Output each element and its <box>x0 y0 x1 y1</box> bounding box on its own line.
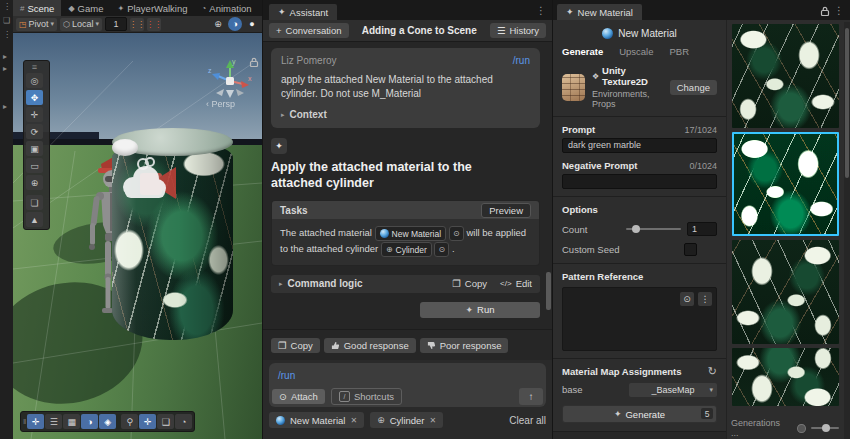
tab-upscale[interactable]: Upscale <box>619 46 653 57</box>
slider-thumb[interactable] <box>632 225 640 233</box>
cameras-button[interactable]: ❑ <box>157 414 174 429</box>
pattern-reference-dropzone[interactable]: ⊙ ⋮ <box>562 287 717 351</box>
good-response-button[interactable]: Good response <box>324 338 416 353</box>
tab-new-material[interactable]: ✦ New Material <box>557 4 642 20</box>
tab-pbr[interactable]: PBR <box>670 46 690 57</box>
attachment-material-chip[interactable]: New Material ✕ <box>269 412 364 428</box>
panel-icon[interactable]: ❏ <box>3 16 10 25</box>
local-dropdown[interactable]: ⬡ Local ▾ <box>60 18 102 31</box>
attachment-cylinder-chip[interactable]: ⊕ Cylinder ✕ <box>370 412 443 428</box>
edit-code-button[interactable]: </> Edit <box>500 278 532 289</box>
prompt-field[interactable]: dark green marble <box>562 138 717 153</box>
scale-tool-button[interactable]: ▣ <box>26 141 43 156</box>
kebab-icon[interactable]: ⋮ <box>3 2 11 11</box>
generations-scrollbar[interactable] <box>844 22 850 439</box>
pattern-menu-button[interactable]: ⋮ <box>698 292 712 306</box>
remove-icon[interactable]: ✕ <box>350 416 357 425</box>
generation-thumbnail[interactable] <box>732 240 839 344</box>
hand-tool-button[interactable]: ✥ <box>26 90 43 105</box>
generation-thumbnail-selected[interactable] <box>732 132 839 236</box>
compass-button[interactable]: ◔ <box>175 414 192 429</box>
command-logic-expander[interactable]: ▸ Command logic ❐ Copy </> Edit <box>271 275 540 293</box>
refresh-icon[interactable]: ↻ <box>708 365 717 378</box>
lighting-button[interactable]: ◑ <box>81 414 98 429</box>
kebab-icon[interactable]: ⋮ <box>536 5 546 16</box>
scene-audio-button[interactable]: ● <box>245 17 259 31</box>
pattern-pick-button[interactable]: ⊙ <box>680 292 694 306</box>
gizmos-button[interactable]: ✛ <box>139 414 156 429</box>
history-button[interactable]: ☰ History <box>490 23 546 38</box>
poor-response-button[interactable]: Poor response <box>420 338 509 353</box>
expand-arrow-icon[interactable]: ▸ <box>3 52 7 61</box>
tab-generate[interactable]: Generate <box>562 46 603 57</box>
negative-prompt-field[interactable] <box>562 174 717 189</box>
rotate-tool-button[interactable]: ⟳ <box>26 124 43 139</box>
cylinder-chip[interactable]: ⊕Cylinder <box>381 242 432 257</box>
camera-gizmo-icon[interactable] <box>116 155 180 215</box>
scene-viewport[interactable]: ≡ ◎ ✥ ✛ ⟳ ▣ ▭ ⊕ ❏ ▲ ‖ ✛ ☰ ▦ ◑ ◈ ⚲ ✛ ❑ ◔ <box>13 33 262 439</box>
lock-icon[interactable] <box>820 6 830 16</box>
tab-assistant[interactable]: ✦ Assistant <box>269 4 337 20</box>
shortcuts-button[interactable]: / Shortcuts <box>331 388 402 405</box>
tab-animation[interactable]: ◔ Animation <box>195 0 259 16</box>
generate-button[interactable]: ✦ Generate 5 <box>562 405 717 423</box>
scene-lighting-button[interactable]: ◑ <box>228 17 242 31</box>
transform-tool-button[interactable]: ⊕ <box>26 175 43 190</box>
kebab-icon[interactable]: ⋮ <box>3 30 11 39</box>
preview-button[interactable]: Preview <box>481 203 531 218</box>
overlay-drag-handle[interactable]: ≡ <box>26 63 43 71</box>
copy-response-button[interactable]: ❐ Copy <box>271 338 320 353</box>
run-button[interactable]: ✦ Run <box>420 302 540 318</box>
prompt-input-value[interactable]: /run <box>278 370 295 381</box>
custom-tool-button[interactable]: ❏ <box>26 195 43 210</box>
projection-label[interactable]: ‹ Persp <box>206 99 235 109</box>
rect-tool-button[interactable]: ▭ <box>26 158 43 173</box>
ping-material-button[interactable]: ⊙ <box>449 226 464 241</box>
copy-code-button[interactable]: ❐ Copy <box>452 278 487 289</box>
count-value-field[interactable]: 1 <box>687 222 717 236</box>
view-lock-icon[interactable] <box>249 57 259 67</box>
scrollbar-thumb[interactable] <box>546 272 551 310</box>
context-expander[interactable]: ▸ Context <box>281 109 530 120</box>
conversation-scrollbar[interactable] <box>546 46 551 356</box>
remove-icon[interactable]: ✕ <box>430 416 437 425</box>
tab-scene[interactable]: # Scene <box>13 0 61 16</box>
change-model-button[interactable]: Change <box>670 80 717 95</box>
slider-thumb[interactable] <box>822 424 830 432</box>
snap-increment-button[interactable]: ⋮⋮ <box>130 18 144 31</box>
view-tool-button[interactable]: ◎ <box>26 73 43 88</box>
move-tool-button[interactable]: ✛ <box>26 107 43 122</box>
grid-size-field[interactable]: 1 <box>105 17 127 31</box>
move-gizmo-button[interactable]: ✛ <box>27 414 44 429</box>
count-slider[interactable] <box>626 228 681 230</box>
generation-thumbnail[interactable] <box>732 24 839 128</box>
clear-all-button[interactable]: Clear all <box>509 415 546 426</box>
expand-arrow-icon[interactable]: ▸ <box>3 64 7 73</box>
expand-arrow-icon[interactable]: ▸ <box>3 102 7 111</box>
search-button[interactable]: ⚲ <box>121 414 138 429</box>
overlay-drag-handle[interactable]: ‖ <box>23 417 26 426</box>
thumbnail-size-slider[interactable] <box>811 427 839 429</box>
pivot-dropdown[interactable]: ◳ Pivot ▾ <box>16 18 57 31</box>
tab-playerwalking[interactable]: ✦ PlayerWalking <box>110 0 194 16</box>
generations-list[interactable]: Generations ... <box>727 20 843 439</box>
scrollbar-thumb[interactable] <box>845 28 849 178</box>
scene-settings-button[interactable]: ☰ <box>45 414 62 429</box>
base-map-dropdown[interactable]: _BaseMap ▾ <box>629 383 717 397</box>
grid-snap-button[interactable]: ▦ <box>63 414 80 429</box>
attach-button[interactable]: ⊙ Attach <box>272 389 325 404</box>
capsule-gizmo[interactable] <box>112 139 138 156</box>
ping-cylinder-button[interactable]: ⊙ <box>434 242 449 257</box>
custom-seed-checkbox[interactable] <box>684 243 697 256</box>
snap-grid-button[interactable]: ⋮⋮ <box>147 18 161 31</box>
conversation-area[interactable]: Liz Pomeroy /run apply the attached New … <box>263 42 552 360</box>
tab-game[interactable]: ◆ Game <box>61 0 110 16</box>
effects-button[interactable]: ◈ <box>99 414 116 429</box>
generation-thumbnail[interactable] <box>732 348 839 406</box>
new-conversation-button[interactable]: + Conversation <box>269 23 349 38</box>
orientation-gizmo[interactable]: y x z <box>206 55 254 101</box>
terrain-tool-button[interactable]: ▲ <box>26 212 43 227</box>
material-chip[interactable]: New Material <box>375 226 447 241</box>
send-button[interactable]: ↑ <box>519 388 543 405</box>
grid-visibility-button[interactable]: ⊕ <box>211 17 225 31</box>
